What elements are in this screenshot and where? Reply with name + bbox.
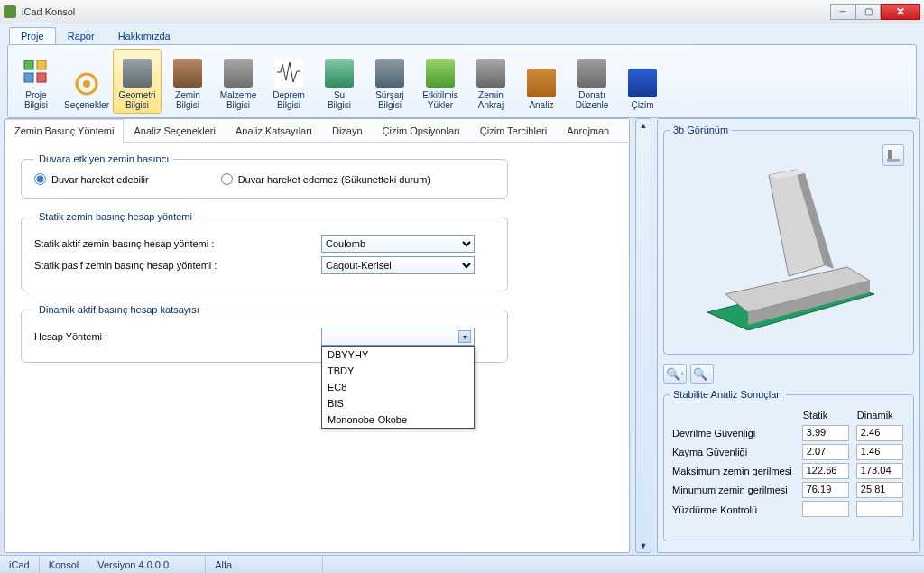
table-row: Minumum zemin gerilmesi76.1925.81 [670,482,908,498]
anlz-icon [527,69,556,97]
value-static: 76.19 [802,482,849,498]
scroll-down-icon[interactable]: ▼ [640,541,648,550]
value-dynamic [856,501,903,517]
radio-input[interactable] [221,173,233,185]
subtab-6[interactable]: Anrojman [557,119,619,143]
radio-duvar-hareket-edemez[interactable]: Duvar hareket edemez (Sükunetteki durum) [221,173,430,185]
ribbon-label: SürşarjBilgisi [375,90,404,110]
geo-icon [123,59,152,88]
subtab-4[interactable]: Çizim Opsiyonları [373,119,470,143]
viewport-3d[interactable] [670,141,908,348]
etk-icon [426,59,455,88]
status-version: Versiyon 4.0.0.0 [88,556,206,573]
zoom-out-button[interactable]: 🔍− [690,364,714,384]
value-dynamic: 2.46 [856,425,903,441]
group-title: Dinamik aktif basınç hesap katsayısı [34,304,204,315]
menu-hakkimizda[interactable]: Hakkımızda [106,27,182,44]
svg-rect-1 [37,60,46,69]
sec-icon [73,70,100,97]
ciz-icon [628,69,657,97]
view-options-button[interactable] [882,144,904,166]
ribbon-label: ZeminAnkraj [478,90,504,110]
svg-rect-2 [24,73,33,82]
radio-input[interactable] [34,173,46,185]
ribbon-dep-button[interactable]: DepremBilgisi [264,49,313,114]
group-statik-yontem: Statik zemin basınç hesap yöntemi Statik… [21,211,508,291]
ribbon-malz-button[interactable]: MalzemeBilgisi [214,49,263,114]
vertical-scrollbar[interactable]: ▲ ▼ [635,118,651,553]
subtab-0[interactable]: Zemin Basınç Yöntemi [5,119,124,143]
ribbon-sur-button[interactable]: SürşarjBilgisi [365,49,414,114]
stability-table: Statik Dinamik Devrilme Güvenliği3.992.4… [670,405,908,522]
ribbon-su-button[interactable]: SuBilgisi [315,49,364,114]
chevron-down-icon[interactable]: ▾ [458,330,471,343]
ribbon-geo-button[interactable]: GeometriBilgisi [113,49,162,114]
group-3d-view: 3b Görünüm [663,125,914,355]
ribbon-anlz-button[interactable]: Analiz [517,49,566,114]
status-konsol: Konsol [40,556,89,573]
field-label: Hesap Yöntemi : [34,331,314,342]
ribbon-proje-button[interactable]: ProjeBilgisi [12,49,60,114]
dropdown-option[interactable]: EC8 [322,379,474,395]
ribbon-sec-button[interactable]: Seçenekler [62,49,111,114]
ribbon-zemin-button[interactable]: ZeminBilgisi [163,49,212,114]
radio-duvar-hareket-edebilir[interactable]: Duvar hareket edebilir [34,173,149,185]
maximize-button[interactable]: ▢ [855,4,881,20]
wall-icon [886,148,901,162]
group-title: Duvara etkiyen zemin basıncı [34,153,173,164]
value-dynamic: 25.81 [856,482,903,498]
ribbon-label: Seçenekler [64,100,109,110]
app-icon [4,5,16,18]
row-label: Minumum zemin gerilmesi [670,482,799,498]
group-title: Statik zemin basınç hesap yöntemi [34,211,197,222]
dropdown-option[interactable]: DBYYHY [322,347,474,363]
ribbon-label: MalzemeBilgisi [220,90,257,110]
ribbon-label: GeometriBilgisi [118,90,155,110]
value-static: 3.99 [802,425,849,441]
sur-icon [375,59,404,88]
status-icad: iCad [0,556,40,573]
ribbon-etk-button[interactable]: EtkitilmisYükler [416,49,465,114]
scroll-up-icon[interactable]: ▲ [640,121,648,130]
menu-rapor[interactable]: Rapor [56,27,106,44]
radio-label: Duvar hareket edemez (Sükunetteki durum) [238,174,430,185]
value-static: 2.07 [802,444,849,460]
value-dynamic: 173.04 [856,463,903,479]
proje-icon [22,59,51,88]
subtab-2[interactable]: Analiz Katsayıları [226,119,322,143]
menu-proje[interactable]: Proje [9,27,56,44]
ribbon-label: Çizim [632,100,654,110]
select-aktif-yontem[interactable]: Coulomb [321,235,475,253]
value-dynamic: 1.46 [856,444,903,460]
dropdown-option[interactable]: BIS [322,395,474,411]
group-title: Stabilite Analiz Sonuçları [670,389,786,400]
svg-rect-3 [37,73,46,82]
ribbon-label: EtkitilmisYükler [422,90,457,110]
zoom-in-button[interactable]: 🔍+ [663,364,687,384]
combo-hesap-yontemi[interactable]: ▾ DBYYHYTBDYEC8BISMononobe-Okobe [321,328,475,346]
col-header-statik: Statik [799,408,854,422]
ribbon-zank-button[interactable]: ZeminAnkraj [467,49,515,114]
radio-label: Duvar hareket edebilir [51,174,149,185]
table-row: Maksimum zemin gerilmesi122.66173.04 [670,463,908,479]
ribbon-ciz-button[interactable]: Çizim [618,49,667,114]
title-bar: iCad Konsol ─ ▢ ✕ [0,0,924,23]
subtab-5[interactable]: Çizim Tercihleri [470,119,557,143]
ribbon-label: Analiz [529,100,553,110]
ribbon-don-button[interactable]: DonatıDüzenle [568,49,616,114]
subtab-1[interactable]: Analiz Seçenekleri [124,119,226,143]
dropdown-list[interactable]: DBYYHYTBDYEC8BISMononobe-Okobe [321,346,475,429]
minimize-button[interactable]: ─ [830,4,855,20]
select-pasif-yontem[interactable]: Caqout-Kerisel [321,256,475,274]
row-label: Devrilme Güvenliği [670,425,799,441]
close-button[interactable]: ✕ [881,4,920,20]
field-label: Statik pasif zemin basınç hesap yöntemi … [34,260,314,271]
zemin-icon [173,59,202,88]
dropdown-option[interactable]: Mononobe-Okobe [322,411,474,428]
dropdown-option[interactable]: TBDY [322,363,474,379]
left-panel: Zemin Basınç YöntemiAnaliz SeçenekleriAn… [4,118,630,553]
subtab-3[interactable]: Dizayn [322,119,373,143]
zank-icon [476,59,505,88]
dep-icon [274,59,303,88]
table-row: Yüzdürme Kontrolü [670,501,908,519]
